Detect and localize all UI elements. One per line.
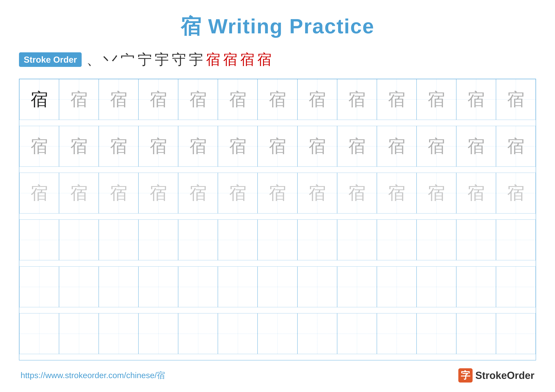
grid-cell[interactable] [377,220,416,260]
grid-cell[interactable]: 宿 [496,173,536,214]
grid-cell[interactable] [59,313,99,354]
cell-character: 宿 [348,91,366,108]
cell-character: 宿 [428,138,445,155]
grid-cell[interactable]: 宿 [496,79,536,120]
grid-cell[interactable]: 宿 [377,126,416,167]
stroke-seq-item: 守 [172,50,186,69]
grid-cell[interactable] [337,220,377,260]
grid-cell[interactable]: 宿 [139,173,178,214]
brand-icon: 字 [458,368,473,383]
grid-cell[interactable] [297,220,337,260]
grid-cell[interactable] [59,220,99,260]
grid-cell[interactable] [139,220,178,260]
grid-cell[interactable] [139,266,178,307]
grid-cell[interactable]: 宿 [456,79,496,120]
grid-cell[interactable] [496,220,536,260]
grid-cell[interactable] [99,313,139,354]
grid-cell[interactable] [496,266,536,307]
grid-cell[interactable] [258,266,297,307]
grid-cell[interactable]: 宿 [456,126,496,167]
grid-cell[interactable] [19,266,59,307]
grid-cell[interactable]: 宿 [377,79,416,120]
grid-cell[interactable] [456,313,496,354]
grid-cell[interactable]: 宿 [416,79,456,120]
stroke-seq-item: 宇 [189,50,203,69]
cell-character: 宿 [189,138,207,155]
stroke-order-row: Stroke Order 、丷宀宁宇守宇宿宿宿宿 [19,50,536,69]
grid-cell[interactable]: 宿 [139,126,178,167]
grid-cell[interactable] [218,266,258,307]
cell-character: 宿 [30,138,48,155]
grid-cell[interactable]: 宿 [337,79,377,120]
cell-character: 宿 [388,184,405,202]
grid-cell[interactable]: 宿 [496,126,536,167]
grid-cell[interactable]: 宿 [59,126,99,167]
grid-cell[interactable] [218,220,258,260]
grid-cell[interactable] [377,313,416,354]
grid-cell[interactable]: 宿 [258,79,297,120]
grid-cell[interactable] [456,220,496,260]
grid-cell[interactable] [139,313,178,354]
cell-character: 宿 [70,91,88,108]
grid-cell[interactable]: 宿 [178,79,218,120]
grid-cell[interactable]: 宿 [337,173,377,214]
grid-cell[interactable] [416,313,456,354]
cell-character: 宿 [428,184,445,202]
grid-cell[interactable] [99,220,139,260]
grid-cell[interactable]: 宿 [416,126,456,167]
grid-cell[interactable]: 宿 [19,173,59,214]
grid-cell[interactable]: 宿 [377,173,416,214]
grid-cell[interactable] [416,220,456,260]
grid-cell[interactable]: 宿 [59,79,99,120]
grid-cell[interactable]: 宿 [218,173,258,214]
grid-cell[interactable] [337,313,377,354]
grid-cell[interactable] [19,313,59,354]
grid-cell[interactable]: 宿 [19,126,59,167]
grid-cell[interactable] [416,266,456,307]
grid-cell[interactable] [178,313,218,354]
grid-cell[interactable]: 宿 [99,79,139,120]
grid-cell[interactable]: 宿 [59,173,99,214]
stroke-seq-item: 丷 [103,50,118,69]
cell-character: 宿 [110,91,127,108]
grid-cell[interactable]: 宿 [99,173,139,214]
grid-cell[interactable] [456,266,496,307]
grid-cell[interactable]: 宿 [297,173,337,214]
cell-character: 宿 [30,184,48,202]
cell-character: 宿 [348,138,366,155]
grid-cell[interactable] [377,266,416,307]
grid-cell[interactable] [19,220,59,260]
grid-cell[interactable]: 宿 [337,126,377,167]
grid-cell[interactable] [99,266,139,307]
grid-cell[interactable] [258,313,297,354]
grid-cell[interactable]: 宿 [99,126,139,167]
grid-cell[interactable]: 宿 [19,79,59,120]
grid-cell[interactable] [337,266,377,307]
grid-cell[interactable] [218,313,258,354]
grid-cell[interactable]: 宿 [258,173,297,214]
grid-cell[interactable]: 宿 [416,173,456,214]
grid-cell[interactable]: 宿 [456,173,496,214]
cell-character: 宿 [308,184,326,202]
grid-cell[interactable] [178,266,218,307]
grid-cell[interactable]: 宿 [218,126,258,167]
cell-character: 宿 [388,91,405,108]
grid-cell[interactable]: 宿 [297,126,337,167]
grid-cell[interactable] [59,266,99,307]
grid-cell[interactable]: 宿 [178,126,218,167]
stroke-seq-item: 、 [86,50,101,69]
cell-character: 宿 [229,91,247,108]
grid-cell[interactable]: 宿 [178,173,218,214]
footer-url: https://www.strokeorder.com/chinese/宿 [21,370,165,381]
grid-cell[interactable]: 宿 [218,79,258,120]
grid-cell[interactable]: 宿 [139,79,178,120]
cell-character: 宿 [507,91,525,108]
grid-cell[interactable] [297,313,337,354]
grid-cell[interactable] [178,220,218,260]
cell-character: 宿 [467,138,485,155]
grid-cell[interactable]: 宿 [258,126,297,167]
grid-cell[interactable]: 宿 [297,79,337,120]
grid-cell[interactable] [297,266,337,307]
grid-cell[interactable] [496,313,536,354]
grid-cell[interactable] [258,220,297,260]
